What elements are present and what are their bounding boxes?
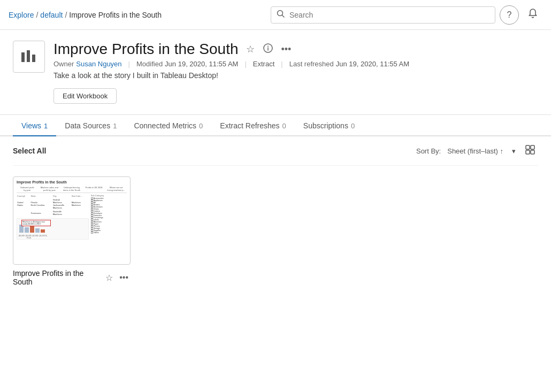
meta-sep3: | xyxy=(281,60,282,68)
mini-view: Improve Profits in the South Selected pr… xyxy=(13,177,130,264)
sort-value-button[interactable]: Sheet (first–last) ↑ xyxy=(445,146,506,156)
help-button[interactable]: ? xyxy=(500,5,519,25)
tab-extract-refreshes-count: 0 xyxy=(282,122,286,130)
notifications-button[interactable] xyxy=(523,5,542,25)
top-nav: Explore / default / Improve Profits in t… xyxy=(0,0,551,30)
breadcrumb-sep1: / xyxy=(36,11,38,19)
card-star-icon: ☆ xyxy=(105,273,113,282)
tab-subscriptions-count: 0 xyxy=(351,122,355,130)
svg-point-7 xyxy=(267,45,269,47)
controls-bar: Select All Sort By: Sheet (first–last) ↑… xyxy=(13,136,538,166)
breadcrumb: Explore / default / Improve Profits in t… xyxy=(9,11,162,19)
owner-label: Owner xyxy=(53,60,74,68)
meta-sep1: | xyxy=(128,60,130,68)
meta-row: Owner Susan Nguyen | Modified Jun 19, 20… xyxy=(53,60,538,68)
favorite-button[interactable]: ☆ xyxy=(244,42,257,56)
ellipsis-icon: ••• xyxy=(281,44,292,55)
sort-dropdown-button[interactable]: ▾ xyxy=(510,146,518,156)
tab-data-sources-count: 1 xyxy=(113,122,117,130)
sort-direction-icon: ↑ xyxy=(500,147,504,155)
more-options-button[interactable]: ••• xyxy=(279,43,294,56)
tab-views-label: Views xyxy=(21,121,41,130)
search-input[interactable] xyxy=(289,11,489,19)
svg-rect-9 xyxy=(531,145,534,149)
tab-subscriptions-label: Subscriptions xyxy=(303,121,348,130)
edit-workbook-button[interactable]: Edit Workbook xyxy=(53,88,117,104)
svg-rect-2 xyxy=(21,52,25,62)
star-icon: ☆ xyxy=(246,44,255,55)
chevron-down-icon: ▾ xyxy=(512,147,516,155)
tab-subscriptions[interactable]: Subscriptions 0 xyxy=(295,115,363,136)
sort-value-text: Sheet (first–last) xyxy=(447,147,498,155)
tab-connected-metrics[interactable]: Connected Metrics 0 xyxy=(125,115,211,136)
mini-view-title: Improve Profits in the South xyxy=(17,180,127,184)
select-all-button[interactable]: Select All xyxy=(13,147,47,155)
data-type-label: Extract xyxy=(253,60,274,68)
workbook-icon xyxy=(13,41,45,73)
bell-icon xyxy=(527,8,538,21)
tab-views-count: 1 xyxy=(44,122,48,130)
tab-connected-metrics-label: Connected Metrics xyxy=(134,121,196,130)
info-icon xyxy=(263,44,273,55)
modified-label: Modified xyxy=(136,60,163,68)
tab-connected-metrics-count: 0 xyxy=(199,122,203,130)
tab-views[interactable]: Views 1 xyxy=(13,115,56,136)
title-row: Improve Profits in the South ☆ xyxy=(53,41,538,58)
card-favorite-button[interactable]: ☆ xyxy=(103,272,115,284)
header-info: Improve Profits in the South ☆ xyxy=(53,41,538,104)
nav-right: ? xyxy=(271,5,542,25)
search-bar xyxy=(271,6,495,24)
card-ellipsis-icon: ••• xyxy=(119,273,128,282)
search-icon xyxy=(277,10,285,20)
sort-bar: Sort By: Sheet (first–last) ↑ ▾ xyxy=(416,143,538,159)
grid-icon xyxy=(525,147,535,156)
info-button[interactable] xyxy=(261,42,275,57)
breadcrumb-sep2: / xyxy=(65,11,67,19)
svg-line-1 xyxy=(282,15,285,17)
last-refreshed-date: Jun 19, 2020, 11:55 AM xyxy=(336,60,409,68)
modified-date: Jun 19, 2020, 11:55 AM xyxy=(165,60,238,68)
title-actions: ☆ ••• xyxy=(244,42,294,57)
breadcrumb-explore[interactable]: Explore xyxy=(9,11,34,19)
tabs-bar: Views 1 Data Sources 1 Connected Metrics… xyxy=(0,115,551,136)
card-thumbnail: Improve Profits in the South Selected pr… xyxy=(13,176,131,265)
tab-extract-refreshes[interactable]: Extract Refreshes 0 xyxy=(211,115,295,136)
breadcrumb-current: Improve Profits in the South xyxy=(69,11,162,19)
meta-sep2: | xyxy=(244,60,246,68)
card-actions: ☆ ••• xyxy=(103,272,131,284)
card-footer: Improve Profits in the South ☆ ••• xyxy=(13,265,131,288)
svg-rect-10 xyxy=(526,150,530,154)
card-title: Improve Profits in the South xyxy=(13,269,103,286)
svg-rect-4 xyxy=(32,55,35,62)
svg-rect-8 xyxy=(526,145,530,149)
svg-rect-11 xyxy=(531,150,534,154)
header-top: Improve Profits in the South ☆ xyxy=(13,41,538,104)
card-more-button[interactable]: ••• xyxy=(117,272,131,283)
breadcrumb-default[interactable]: default xyxy=(40,11,63,19)
page-header: Improve Profits in the South ☆ xyxy=(0,30,551,115)
page-title: Improve Profits in the South xyxy=(53,41,239,58)
tab-data-sources-label: Data Sources xyxy=(65,121,110,130)
view-card[interactable]: Improve Profits in the South Selected pr… xyxy=(13,176,131,288)
last-refreshed-label: Last refreshed xyxy=(289,60,334,68)
content-area: Select All Sort By: Sheet (first–last) ↑… xyxy=(0,136,551,299)
sort-label: Sort By: xyxy=(416,147,441,155)
tab-data-sources[interactable]: Data Sources 1 xyxy=(56,115,125,136)
views-grid: Improve Profits in the South Selected pr… xyxy=(13,166,538,299)
svg-rect-3 xyxy=(27,50,30,62)
grid-view-button[interactable] xyxy=(522,143,538,159)
help-icon: ? xyxy=(507,10,512,20)
owner-link[interactable]: Susan Nguyen xyxy=(76,60,121,68)
tab-extract-refreshes-label: Extract Refreshes xyxy=(220,121,279,130)
description: Take a look at the story I built in Tabl… xyxy=(53,71,538,80)
